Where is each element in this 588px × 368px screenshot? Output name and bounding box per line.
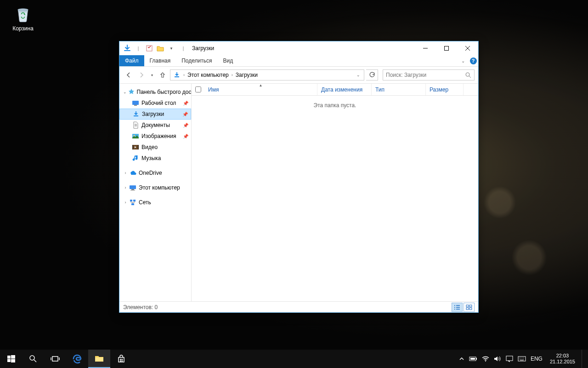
wifi-icon[interactable] [482, 356, 489, 362]
keyboard-icon[interactable] [518, 356, 526, 362]
svg-point-25 [30, 356, 34, 360]
sort-asc-icon: ▲ [259, 83, 263, 87]
svg-rect-10 [138, 145, 139, 150]
back-button[interactable] [123, 69, 134, 80]
nav-documents[interactable]: Документы 📌 [119, 120, 191, 131]
quick-access-toolbar: | ▼ | [122, 43, 189, 53]
ribbon-expand-icon[interactable]: ⌄ [458, 55, 468, 66]
details-view-button[interactable] [452, 303, 463, 312]
chevron-down-icon[interactable]: ⌄ [122, 90, 128, 94]
properties-icon[interactable] [144, 43, 154, 53]
search-box[interactable] [383, 69, 475, 80]
large-icons-view-button[interactable] [464, 303, 475, 312]
nav-this-pc[interactable]: › Этот компьютер [119, 182, 191, 193]
svg-rect-22 [11, 355, 15, 359]
pictures-icon [131, 132, 140, 140]
nav-quick-access[interactable]: ⌄ Панель быстрого доступа [119, 86, 191, 98]
show-desktop-button[interactable] [582, 350, 588, 368]
column-date[interactable]: Дата изменения [317, 84, 372, 95]
onedrive-icon [129, 169, 137, 177]
svg-rect-19 [466, 308, 469, 310]
tab-home[interactable]: Главная [144, 55, 176, 66]
videos-icon [131, 143, 140, 151]
desktop-icon [131, 99, 140, 107]
column-size[interactable]: Размер [426, 84, 464, 95]
nav-onedrive[interactable]: › OneDrive [119, 167, 191, 178]
svg-rect-34 [470, 358, 475, 360]
address-bar[interactable]: › Этот компьютер › Загрузки ⌄ [170, 69, 364, 80]
refresh-button[interactable] [366, 69, 378, 80]
svg-rect-15 [133, 200, 136, 201]
window-body: ⌄ Панель быстрого доступа Рабочий стол 📌… [119, 83, 478, 301]
chevron-right-icon[interactable]: › [122, 171, 129, 175]
minimize-button[interactable] [415, 41, 436, 55]
column-headers: Имя ▲ Дата изменения Тип Размер [192, 84, 478, 96]
svg-rect-14 [130, 200, 132, 201]
chevron-right-icon[interactable]: › [122, 185, 129, 190]
close-button[interactable] [457, 41, 478, 55]
breadcrumb-this-pc[interactable]: Этот компьютер [186, 72, 231, 78]
documents-icon [131, 121, 140, 129]
column-type[interactable]: Тип [372, 84, 426, 95]
nav-videos-label: Видео [141, 144, 158, 150]
nav-pictures[interactable]: Изображения 📌 [119, 131, 191, 142]
help-button[interactable]: ? [468, 55, 478, 66]
nav-desktop[interactable]: Рабочий стол 📌 [119, 98, 191, 109]
store-button[interactable] [110, 350, 132, 368]
svg-rect-20 [469, 308, 472, 310]
tab-share[interactable]: Поделиться [176, 55, 217, 66]
ribbon-tabs: Файл Главная Поделиться Вид ⌄ ? [119, 55, 478, 67]
tray-expand-icon[interactable] [459, 356, 464, 362]
svg-point-3 [466, 73, 469, 76]
svg-rect-36 [506, 356, 513, 361]
svg-rect-29 [122, 359, 123, 360]
column-name[interactable]: Имя ▲ [204, 84, 317, 95]
up-button[interactable] [157, 69, 168, 80]
action-center-icon[interactable] [506, 356, 513, 362]
nav-downloads[interactable]: Загрузки 📌 [119, 109, 191, 120]
nav-videos[interactable]: Видео [119, 142, 191, 153]
svg-rect-1 [147, 46, 152, 51]
recycle-bin-label: Корзина [6, 25, 40, 32]
select-all-checkbox[interactable] [192, 86, 204, 92]
search-icon[interactable] [465, 72, 471, 78]
qat-dropdown-icon[interactable]: ▼ [166, 43, 176, 53]
nav-music[interactable]: Музыка [119, 153, 191, 164]
nav-downloads-label: Загрузки [142, 111, 164, 117]
empty-folder-message: Эта папка пуста. [192, 96, 478, 301]
folder-icon[interactable] [155, 43, 165, 53]
chevron-right-icon[interactable]: › [122, 200, 129, 205]
maximize-button[interactable] [436, 41, 457, 55]
svg-rect-16 [131, 203, 134, 205]
start-button[interactable] [0, 350, 22, 368]
nav-network[interactable]: › Сеть [119, 197, 191, 208]
task-view-button[interactable] [44, 350, 66, 368]
qat-separator: | [178, 43, 188, 53]
status-bar: Элементов: 0 [119, 301, 478, 312]
nav-pictures-label: Изображения [141, 133, 176, 139]
pin-icon: 📌 [183, 134, 188, 139]
chevron-right-icon[interactable]: › [231, 73, 234, 77]
chevron-right-icon[interactable]: › [182, 73, 186, 77]
navigation-bar: ▾ › Этот компьютер › Загрузки ⌄ [119, 67, 478, 83]
tab-file[interactable]: Файл [119, 55, 144, 66]
edge-button[interactable] [66, 350, 88, 368]
forward-button[interactable] [136, 69, 147, 80]
search-button[interactable] [22, 350, 44, 368]
nav-network-label: Сеть [139, 199, 151, 206]
tab-view[interactable]: Вид [217, 55, 238, 66]
clock-date: 21.12.2015 [550, 359, 575, 365]
battery-icon[interactable] [469, 356, 477, 362]
svg-rect-5 [134, 105, 137, 106]
recycle-bin[interactable]: Корзина [6, 5, 40, 32]
search-input[interactable] [386, 72, 465, 78]
file-explorer-window: | ▼ | Загрузки [119, 41, 479, 313]
language-indicator[interactable]: ENG [531, 356, 543, 362]
clock[interactable]: 22:03 21.12.2015 [547, 353, 578, 365]
recent-locations-icon[interactable]: ▾ [149, 69, 155, 80]
titlebar[interactable]: | ▼ | Загрузки [119, 41, 478, 55]
breadcrumb-downloads[interactable]: Загрузки [234, 72, 260, 78]
file-explorer-button[interactable] [88, 350, 110, 368]
address-dropdown-icon[interactable]: ⌄ [354, 73, 363, 77]
volume-icon[interactable] [494, 356, 501, 362]
